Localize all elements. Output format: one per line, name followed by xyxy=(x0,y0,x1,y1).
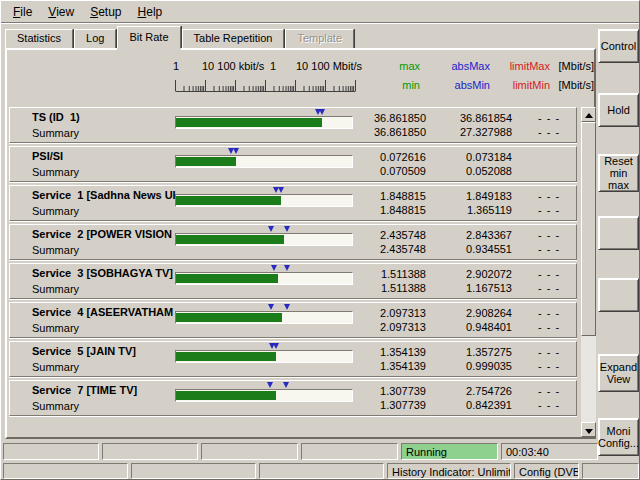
col-header-absmax: absMax xyxy=(451,60,490,72)
row-title: TS (ID 1) xyxy=(32,111,80,123)
bitrate-bar-fill xyxy=(176,235,284,244)
status2-empty-4 xyxy=(582,463,639,479)
col-header-unit-top: [Mbit/s] xyxy=(559,60,594,72)
row-title: Service 1 [Sadhna News UI xyxy=(32,189,176,201)
value-absmax: 0.073184 xyxy=(432,151,512,163)
bitrate-bar-fill xyxy=(176,196,281,205)
tab-log[interactable]: Log xyxy=(74,29,116,48)
bitrate-row[interactable]: Service 2 [POWER VISION Summary 2.435748… xyxy=(9,224,577,260)
softkey-control[interactable]: Control xyxy=(598,29,639,63)
row-title: Service 5 [JAIN TV] xyxy=(32,345,136,357)
value-limitmin: - - - xyxy=(522,321,576,333)
value-absmax: 2.902072 xyxy=(432,268,512,280)
col-header-limitmin: limitMin xyxy=(513,79,550,91)
bitrate-panel: 1 10 100 kbit/s 1 10 100 Mbit/s max min … xyxy=(5,48,596,439)
absmin-marker-icon xyxy=(267,382,273,388)
value-max: 1.354139 xyxy=(346,346,426,358)
col-header-min: min xyxy=(402,79,420,91)
bitrate-row[interactable]: PSI/SI Summary 0.072616 0.070509 0.07318… xyxy=(9,146,577,182)
tab-table-repetition[interactable]: Table Repetition xyxy=(182,29,285,48)
scroll-down-button[interactable] xyxy=(581,422,596,437)
bitrate-bar-track xyxy=(175,272,353,285)
value-limitmin: - - - xyxy=(522,243,576,255)
vertical-scrollbar[interactable] xyxy=(581,107,596,437)
row-title: Service 4 [ASEERVATHAM xyxy=(32,306,173,318)
tab-statistics[interactable]: Statistics xyxy=(5,29,73,48)
app-window: { "menu": { "items": ["File", "View", "S… xyxy=(0,0,640,480)
softkey-blank-3[interactable] xyxy=(598,216,639,250)
row-title: PSI/SI xyxy=(32,150,63,162)
softkey-reset-min-max[interactable]: Reset min max xyxy=(598,154,639,192)
value-max: 2.435748 xyxy=(346,229,426,241)
value-min: 0.070509 xyxy=(346,165,426,177)
row-subtitle: Summary xyxy=(32,166,79,178)
absmax-marker-icon xyxy=(319,109,325,115)
value-absmax: 2.908264 xyxy=(432,307,512,319)
scale-label: 1 xyxy=(173,60,179,72)
tab-template[interactable]: Template xyxy=(285,29,354,48)
absmin-marker-icon xyxy=(271,265,277,271)
bitrate-row[interactable]: TS (ID 1) Summary 36.861850 36.861850 36… xyxy=(9,107,577,143)
row-title: Service 3 [SOBHAGYA TV] xyxy=(32,267,173,279)
arrow-down-icon xyxy=(585,429,593,434)
bitrate-row[interactable]: Service 1 [Sadhna News UI Summary 1.8488… xyxy=(9,185,577,221)
value-limitmin: - - - xyxy=(522,282,576,294)
col-header-absmin: absMin xyxy=(455,79,490,91)
bitrate-bar-track xyxy=(175,311,353,324)
scrollbar-thumb[interactable] xyxy=(581,122,596,336)
value-limitmax: - - - xyxy=(522,307,576,319)
value-min: 2.097313 xyxy=(346,321,426,333)
softkey-expand-view[interactable]: Expand View xyxy=(598,354,639,392)
bitrate-bar-track xyxy=(175,389,353,402)
absmax-marker-icon xyxy=(284,304,290,310)
value-max: 0.072616 xyxy=(346,151,426,163)
value-limitmin: - - - xyxy=(522,126,576,138)
menu-view[interactable]: View xyxy=(40,2,82,22)
value-max: 2.097313 xyxy=(346,307,426,319)
bitrate-row[interactable]: Service 4 [ASEERVATHAM Summary 2.097313 … xyxy=(9,302,577,338)
value-absmax: 2.843367 xyxy=(432,229,512,241)
absmax-marker-icon xyxy=(233,148,239,154)
scroll-up-button[interactable] xyxy=(581,107,596,122)
value-max: 1.511388 xyxy=(346,268,426,280)
bitrate-rows: TS (ID 1) Summary 36.861850 36.861850 36… xyxy=(9,107,579,419)
menu-file[interactable]: File xyxy=(5,2,40,22)
value-min: 1.848815 xyxy=(346,204,426,216)
bitrate-row[interactable]: Service 7 [TIME TV] Summary 1.307739 1.3… xyxy=(9,380,577,416)
value-min: 36.861850 xyxy=(346,126,426,138)
col-header-unit-bottom: [Mbit/s] xyxy=(559,79,594,91)
value-absmax: 36.861854 xyxy=(432,112,512,124)
absmax-marker-icon xyxy=(284,265,290,271)
bitrate-row[interactable]: Service 5 [JAIN TV] Summary 1.354139 1.3… xyxy=(9,341,577,377)
bitrate-bar-track xyxy=(175,350,353,363)
value-max: 1.848815 xyxy=(346,190,426,202)
value-limitmin: - - - xyxy=(522,399,576,411)
tab-bit-rate[interactable]: Bit Rate xyxy=(117,26,180,48)
absmin-marker-icon xyxy=(268,304,274,310)
status-config-mode: Config (DVB) xyxy=(514,463,579,479)
bitrate-bar-track xyxy=(175,155,353,168)
softkey-moni-config[interactable]: Moni Config... xyxy=(598,418,639,456)
status-cell-empty-3 xyxy=(201,443,298,460)
row-subtitle: Summary xyxy=(32,322,79,334)
value-limitmax: - - - xyxy=(522,229,576,241)
status-running-indicator: Running xyxy=(401,443,498,460)
status-cell-empty-4 xyxy=(301,443,398,460)
absmax-marker-icon xyxy=(278,187,284,193)
softkey-hold[interactable]: Hold xyxy=(598,93,639,127)
value-absmax: 1.357275 xyxy=(432,346,512,358)
row-title: Service 7 [TIME TV] xyxy=(32,384,137,396)
value-max: 36.861850 xyxy=(346,112,426,124)
value-min: 1.354139 xyxy=(346,360,426,372)
value-absmax: 1.849183 xyxy=(432,190,512,202)
value-limitmax: - - - xyxy=(522,385,576,397)
value-max: 1.307739 xyxy=(346,385,426,397)
softkey-blank-4[interactable] xyxy=(598,278,639,312)
absmax-marker-icon xyxy=(283,382,289,388)
col-header-limitmax: limitMax xyxy=(510,60,550,72)
menu-setup[interactable]: Setup xyxy=(82,2,129,22)
value-absmax: 2.754726 xyxy=(432,385,512,397)
bitrate-row[interactable]: Service 3 [SOBHAGYA TV] Summary 1.511388… xyxy=(9,263,577,299)
absmax-marker-icon xyxy=(273,343,279,349)
menu-help[interactable]: Help xyxy=(130,2,171,22)
